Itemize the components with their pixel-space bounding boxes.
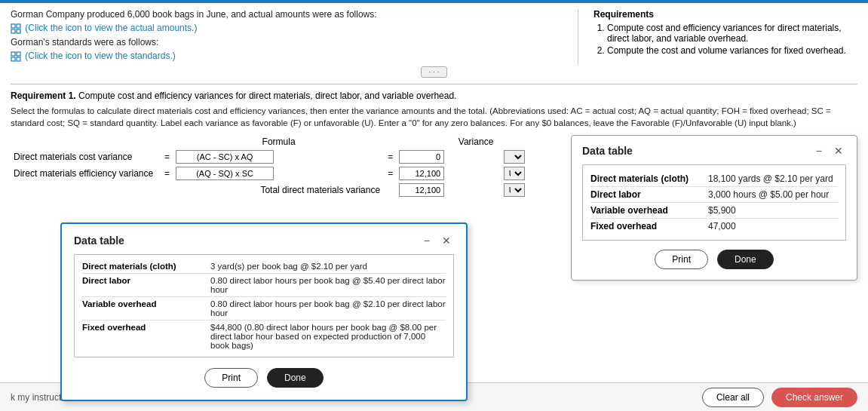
data-table-right-title: Data table bbox=[582, 145, 633, 157]
equals-4: = bbox=[385, 165, 396, 182]
equals-3: = bbox=[161, 165, 173, 182]
actual-amounts-link[interactable]: (Click the icon to view the actual amoun… bbox=[25, 23, 197, 33]
print-button-overlay[interactable]: Print bbox=[204, 368, 258, 388]
print-button-right[interactable]: Print bbox=[655, 250, 708, 269]
requirements-title: Requirements bbox=[593, 9, 654, 20]
svg-rect-3 bbox=[17, 29, 20, 33]
svg-rect-6 bbox=[11, 57, 15, 61]
close-button-overlay[interactable]: ✕ bbox=[439, 235, 454, 247]
equals-1: = bbox=[161, 149, 173, 165]
cost-uf-select[interactable]: F U bbox=[504, 150, 525, 164]
collapse-button[interactable]: · · · bbox=[421, 66, 448, 78]
efficiency-variance-label: Direct materials efficiency variance bbox=[11, 165, 161, 182]
formula-header: Formula bbox=[173, 135, 385, 149]
cost-formula-input[interactable] bbox=[176, 150, 274, 164]
grid-icon-standards bbox=[11, 51, 21, 62]
data-table-right-inner: Direct materials (cloth) 18,100 yards @ … bbox=[582, 164, 846, 241]
intro-line1: Gorman Company produced 6,000 book bags … bbox=[11, 9, 570, 20]
req1-heading: Requirement 1. Compute cost and efficien… bbox=[11, 90, 857, 101]
data-row-dl: Direct labor 3,000 hours @ $5.00 per hou… bbox=[590, 187, 838, 203]
minimize-button-right[interactable]: − bbox=[813, 145, 825, 157]
svg-rect-2 bbox=[11, 29, 15, 33]
clear-all-button[interactable]: Clear all bbox=[702, 388, 764, 407]
cost-variance-label: Direct materials cost variance bbox=[11, 149, 161, 165]
grid-icon-actual bbox=[11, 23, 21, 34]
data-row-dm: Direct materials (cloth) 18,100 yards @ … bbox=[590, 171, 838, 187]
svg-rect-5 bbox=[17, 52, 20, 56]
equals-2: = bbox=[385, 149, 396, 165]
minimize-button-overlay[interactable]: − bbox=[421, 235, 433, 247]
check-answer-button[interactable]: Check answer bbox=[771, 388, 857, 407]
instruction-text: Select the formulas to calculate direct … bbox=[11, 105, 857, 129]
data-row-fo: Fixed overhead 47,000 bbox=[590, 219, 838, 234]
standards-link[interactable]: (Click the icon to view the standards.) bbox=[25, 51, 175, 61]
requirements-box: Requirements Compute cost and efficiency… bbox=[593, 9, 857, 56]
data-table-right: Data table − ✕ Direct materials (cloth) … bbox=[571, 135, 857, 281]
done-button-right[interactable]: Done bbox=[717, 250, 774, 269]
section-divider bbox=[11, 84, 857, 84]
total-label: Total direct materials variance bbox=[11, 182, 385, 198]
standards-line: Gorman's standards were as follows: bbox=[11, 37, 570, 48]
total-uf-select[interactable]: U F bbox=[504, 183, 525, 197]
variance-table: Formula Variance Direct materials cost v… bbox=[11, 135, 556, 198]
total-variance-input[interactable] bbox=[399, 183, 444, 197]
overlay-row-dl: Direct labor 0.80 direct labor hours per… bbox=[82, 274, 446, 297]
efficiency-variance-input[interactable] bbox=[399, 167, 444, 180]
svg-rect-4 bbox=[11, 52, 15, 56]
overlay-row-dm: Direct materials (cloth) 3 yard(s) per b… bbox=[82, 259, 446, 274]
overlay-inner-table: Direct materials (cloth) 3 yard(s) per b… bbox=[74, 254, 454, 357]
efficiency-formula-input[interactable] bbox=[176, 167, 274, 180]
svg-rect-7 bbox=[17, 57, 20, 61]
data-row-vo: Variable overhead $5,900 bbox=[590, 203, 838, 219]
table-row: Direct materials efficiency variance = =… bbox=[11, 165, 556, 182]
close-button-right[interactable]: ✕ bbox=[831, 145, 846, 157]
data-table-overlay: Data table − ✕ Direct materials (cloth) … bbox=[60, 222, 468, 401]
done-button-overlay[interactable]: Done bbox=[267, 368, 324, 388]
overlay-title: Data table bbox=[74, 235, 124, 247]
total-row: Total direct materials variance U F bbox=[11, 182, 556, 198]
overlay-row-fo: Fixed overhead $44,800 (0.80 direct labo… bbox=[82, 321, 446, 352]
table-row: Direct materials cost variance = = bbox=[11, 149, 556, 165]
overlay-row-vo: Variable overhead 0.80 direct labor hour… bbox=[82, 297, 446, 321]
svg-rect-0 bbox=[11, 24, 15, 28]
cost-variance-input[interactable] bbox=[399, 150, 444, 164]
variance-header: Variance bbox=[396, 135, 556, 149]
efficiency-uf-select[interactable]: U F bbox=[504, 167, 525, 180]
requirement-1: Compute cost and efficiency variances fo… bbox=[607, 23, 857, 44]
svg-rect-1 bbox=[17, 24, 20, 28]
requirement-2: Compute the cost and volume variances fo… bbox=[607, 45, 857, 56]
